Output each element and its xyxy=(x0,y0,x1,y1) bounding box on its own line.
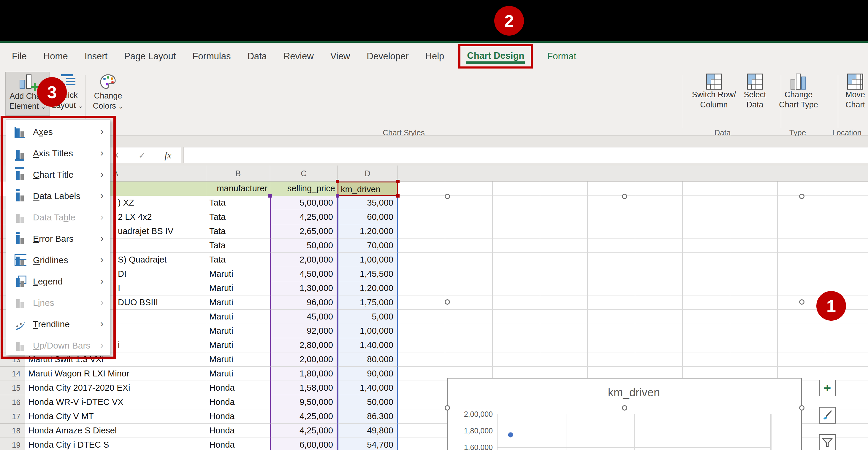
cell-B5[interactable]: Tata xyxy=(206,238,270,253)
select-data-button[interactable]: SelectData xyxy=(739,72,771,116)
selection-handle[interactable] xyxy=(396,194,400,198)
tab-insert[interactable]: Insert xyxy=(85,51,108,62)
chart-title[interactable]: km_driven xyxy=(497,386,771,399)
chart-styles-button[interactable] xyxy=(819,407,836,424)
scatter-point[interactable] xyxy=(508,432,513,438)
row-header-14[interactable]: 14 xyxy=(0,367,25,381)
cell-A19[interactable]: Honda City i DTEC S xyxy=(25,438,206,450)
cell-C7[interactable]: 4,50,000 xyxy=(270,267,338,281)
column-header-C[interactable]: C xyxy=(270,165,338,182)
menu-item-error-bars[interactable]: Error Bars› xyxy=(6,228,110,250)
cell-B7[interactable]: Maruti xyxy=(206,267,270,281)
cell-D12[interactable]: 1,40,000 xyxy=(338,338,398,352)
row-header-18[interactable]: 18 xyxy=(0,424,25,438)
cell-C16[interactable]: 9,50,000 xyxy=(270,395,338,409)
cell-B6[interactable]: Tata xyxy=(206,253,270,267)
cell-D13[interactable]: 80,000 xyxy=(338,352,398,367)
formula-input[interactable] xyxy=(183,147,868,163)
menu-item-chart-title[interactable]: Chart Title› xyxy=(6,164,110,185)
cell-D3[interactable]: 60,000 xyxy=(338,210,398,224)
cell-A15[interactable]: Honda City 2017-2020 EXi xyxy=(25,381,206,395)
worksheet-grid[interactable]: manufacturer selling_price km_driven 2) … xyxy=(0,182,868,450)
cell-B4[interactable]: Tata xyxy=(206,224,270,238)
chart-resize-handle[interactable] xyxy=(445,299,450,304)
tab-help[interactable]: Help xyxy=(425,51,444,62)
cell-B15[interactable]: Honda xyxy=(206,381,270,395)
tab-formulas[interactable]: Formulas xyxy=(192,51,231,62)
tab-review[interactable]: Review xyxy=(283,51,314,62)
row-header-16[interactable]: 16 xyxy=(0,395,25,409)
cell-B12[interactable]: Maruti xyxy=(206,338,270,352)
change-colors-button[interactable]: Change Colors ⌄ xyxy=(89,72,127,116)
cell-C10[interactable]: 45,000 xyxy=(270,310,338,324)
cell-C5[interactable]: 50,000 xyxy=(270,238,338,253)
cell-D4[interactable]: 1,20,000 xyxy=(338,224,398,238)
tab-home[interactable]: Home xyxy=(43,51,68,62)
cell-D8[interactable]: 1,20,000 xyxy=(338,281,398,295)
menu-item-legend[interactable]: Legend› xyxy=(6,271,110,292)
cell-D9[interactable]: 1,75,000 xyxy=(338,295,398,310)
cell-B19[interactable]: Honda xyxy=(206,438,270,450)
cell-C15[interactable]: 1,58,000 xyxy=(270,381,338,395)
selection-handle[interactable] xyxy=(336,180,339,183)
cell-B14[interactable]: Maruti xyxy=(206,367,270,381)
cell-B17[interactable]: Honda xyxy=(206,409,270,424)
row-header-19[interactable]: 19 xyxy=(0,438,25,450)
cell-C14[interactable]: 1,80,000 xyxy=(270,367,338,381)
selection-handle[interactable] xyxy=(268,194,272,198)
cell-C4[interactable]: 2,65,000 xyxy=(270,224,338,238)
cell-D10[interactable]: 5,000 xyxy=(338,310,398,324)
cell-B8[interactable]: Maruti xyxy=(206,281,270,295)
cell-D19[interactable]: 54,700 xyxy=(338,438,398,450)
cell-D17[interactable]: 86,300 xyxy=(338,409,398,424)
tab-page-layout[interactable]: Page Layout xyxy=(124,51,176,62)
cell-D1-km-driven[interactable]: km_driven xyxy=(338,182,398,196)
cell-C6[interactable]: 2,00,000 xyxy=(270,253,338,267)
chart-resize-handle[interactable] xyxy=(445,194,450,199)
tab-developer[interactable]: Developer xyxy=(367,51,408,62)
cell-D6[interactable]: 1,00,000 xyxy=(338,253,398,267)
cell-D5[interactable]: 70,000 xyxy=(338,238,398,253)
column-header-D[interactable]: D xyxy=(338,165,398,182)
enter-icon[interactable]: ✓ xyxy=(138,150,146,160)
tab-chart-design[interactable]: Chart Design xyxy=(467,51,524,61)
scatter-chart[interactable]: km_driven 2,00,0001,80,0001,60,0001,40,0… xyxy=(447,378,802,450)
cell-B10[interactable]: Maruti xyxy=(206,310,270,324)
cell-A14[interactable]: Maruti Wagon R LXI Minor xyxy=(25,367,206,381)
cell-C12[interactable]: 2,80,000 xyxy=(270,338,338,352)
cell-C8[interactable]: 1,30,000 xyxy=(270,281,338,295)
column-header-B[interactable]: B xyxy=(206,165,270,182)
cell-D7[interactable]: 1,45,500 xyxy=(338,267,398,281)
move-chart-button[interactable]: MoveChart xyxy=(842,72,868,116)
menu-item-axis-titles[interactable]: Axis Titles› xyxy=(6,143,110,164)
cell-B18[interactable]: Honda xyxy=(206,424,270,438)
cell-A16[interactable]: Honda WR-V i-DTEC VX xyxy=(25,395,206,409)
tab-data[interactable]: Data xyxy=(247,51,267,62)
chart-resize-handle[interactable] xyxy=(622,405,627,411)
chart-resize-handle[interactable] xyxy=(799,405,804,411)
cell-A18[interactable]: Honda Amaze S Diesel xyxy=(25,424,206,438)
cell-B16[interactable]: Honda xyxy=(206,395,270,409)
chart-plot-area[interactable]: 2,00,0001,80,0001,60,0001,40,0001,20,000… xyxy=(497,414,771,450)
cell-C18[interactable]: 4,25,000 xyxy=(270,424,338,438)
cell-B9[interactable]: Maruti xyxy=(206,295,270,310)
tab-view[interactable]: View xyxy=(331,51,350,62)
chart-filters-button[interactable] xyxy=(819,434,836,450)
cell-A17[interactable]: Honda City V MT xyxy=(25,409,206,424)
cell-D15[interactable]: 1,40,000 xyxy=(338,381,398,395)
menu-item-gridlines[interactable]: Gridlines› xyxy=(6,250,110,271)
chart-resize-handle[interactable] xyxy=(622,194,627,199)
insert-function-icon[interactable]: fx xyxy=(164,150,171,161)
change-chart-type-button[interactable]: ChangeChart Type xyxy=(776,72,821,116)
selection-handle[interactable] xyxy=(396,180,400,183)
row-header-17[interactable]: 17 xyxy=(0,409,25,424)
menu-item-data-labels[interactable]: Data Labels› xyxy=(6,185,110,207)
chart-elements-button[interactable]: + xyxy=(819,380,836,396)
cell-C1-selling-price[interactable]: selling_price xyxy=(270,182,338,196)
cell-C2[interactable]: 5,00,000 xyxy=(270,196,338,210)
tab-format[interactable]: Format xyxy=(547,51,576,62)
selection-handle[interactable] xyxy=(336,194,339,198)
cell-C11[interactable]: 92,000 xyxy=(270,324,338,338)
cell-B13[interactable]: Maruti xyxy=(206,352,270,367)
cell-B1-manufacturer[interactable]: manufacturer xyxy=(206,182,270,196)
